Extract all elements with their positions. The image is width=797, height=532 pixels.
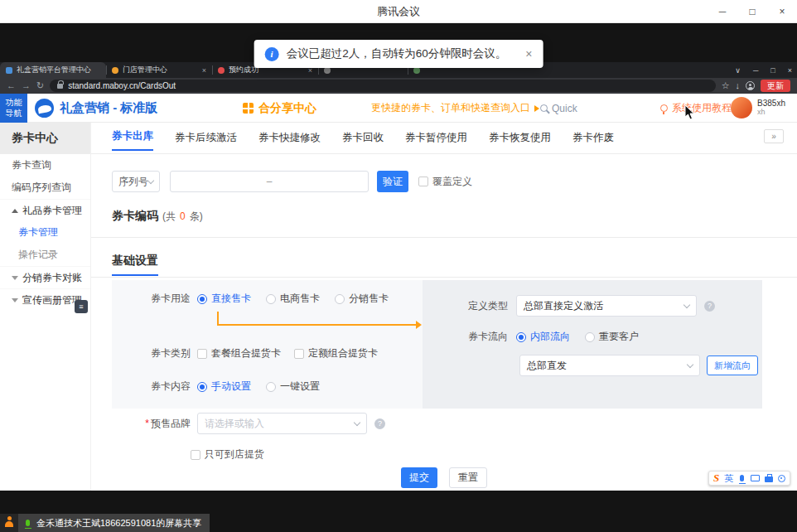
ime-mic-icon[interactable] xyxy=(740,475,744,481)
store-pickup-checkbox[interactable]: 只可到店提货 xyxy=(191,447,264,462)
ime-keyboard-icon[interactable] xyxy=(751,475,760,481)
section-divider xyxy=(91,277,797,278)
toast-close-icon[interactable]: × xyxy=(525,47,532,60)
serial-range-input[interactable]: – xyxy=(170,171,369,192)
ime-toolbox-icon[interactable] xyxy=(765,476,773,482)
tab-search-dropdown-icon[interactable]: ∨ xyxy=(735,66,741,75)
shared-screen: 礼盒营销平台管理中心 门店管理中心 × 预约成功 × ∨ ─ □ xyxy=(0,23,797,532)
back-icon[interactable]: ← xyxy=(7,81,16,90)
user-block[interactable]: B385xh xh xyxy=(731,97,785,118)
meeting-title: 腾讯会议 xyxy=(0,0,797,23)
ime-language-toggle[interactable]: 英 xyxy=(724,472,733,485)
share-status: 金禾通技术王斌18662591081的屏幕共享 xyxy=(18,514,210,532)
info-icon[interactable]: ? xyxy=(374,418,385,429)
checkbox-icon[interactable] xyxy=(191,450,200,460)
browser-window-controls: ∨ ─ □ × xyxy=(735,62,792,78)
address-bar[interactable]: standard.maboy.cn/CardsOut xyxy=(50,80,715,92)
sidebar-collapse-icon[interactable]: ≡ xyxy=(75,300,88,313)
ime-settings-icon[interactable] xyxy=(778,475,785,482)
presale-brand-select[interactable]: 请选择或输入 xyxy=(197,413,367,434)
panel-collapse-button[interactable]: » xyxy=(764,129,784,143)
checkbox-icon[interactable] xyxy=(418,177,428,186)
ime-sogou-icon[interactable]: S xyxy=(713,472,719,485)
radio-manual-setup[interactable]: 手动设置 xyxy=(197,380,251,394)
bookmark-star-icon[interactable]: ☆ xyxy=(722,81,730,90)
maximize-button[interactable]: □ xyxy=(737,0,767,23)
quick-search[interactable]: Quick xyxy=(540,94,577,123)
tab-card-outbound[interactable]: 券卡出库 xyxy=(112,129,153,151)
checkbox-icon[interactable] xyxy=(294,349,304,359)
download-icon[interactable]: ↓ xyxy=(736,81,741,90)
add-flow-button[interactable]: 新增流向 xyxy=(707,355,758,375)
radio-one-click-setup[interactable]: 一键设置 xyxy=(266,380,320,394)
serial-type-select[interactable]: 序列号 xyxy=(112,171,160,192)
tab-card-resume[interactable]: 券卡恢复使用 xyxy=(489,131,551,151)
lock-icon xyxy=(57,84,63,89)
override-checkbox[interactable]: 覆盖定义 xyxy=(418,175,472,189)
quick-entry-link[interactable]: 更快捷的券卡、订单和快递查询入口 xyxy=(371,94,539,123)
radio-important-customer[interactable]: 重要客户 xyxy=(585,330,639,344)
share-center-link[interactable]: 合分享中心 xyxy=(243,94,316,123)
sidebar-title: 券卡中心 xyxy=(0,123,90,154)
flow-select-row: 总部直发 新增流向 xyxy=(519,355,758,376)
info-icon[interactable]: ? xyxy=(704,301,715,312)
sidebar-group-distribution-reconcile[interactable]: 分销券卡对账 xyxy=(0,266,90,288)
brand-name: 礼盒营销 - 标准版 xyxy=(60,100,157,116)
radio-internal-flow[interactable]: 内部流向 xyxy=(516,330,570,344)
meeting-toast: i 会议已超过2人，自动转为60分钟限时会议。 × xyxy=(254,40,543,68)
submit-button[interactable]: 提交 xyxy=(401,467,437,488)
tab-card-void[interactable]: 券卡作废 xyxy=(572,131,614,151)
tab-favicon xyxy=(112,67,118,74)
ime-toolbar[interactable]: S 英 xyxy=(708,471,790,486)
chevron-down-icon xyxy=(354,418,360,425)
checkbox-fixed-combo-pickup-card[interactable]: 定额组合提货卡 xyxy=(294,346,378,360)
checkbox-combo-pickup-card[interactable]: 套餐组合提货卡 xyxy=(197,346,281,360)
sidebar-item-card-mgmt[interactable]: 券卡管理 xyxy=(0,221,90,244)
expand-triangle-icon xyxy=(12,298,18,302)
tutorial-link[interactable]: 系统使用教程 xyxy=(660,94,732,123)
browser-toolbar: ← → ↻ standard.maboy.cn/CardsOut ☆ ↓ 更新 xyxy=(0,78,797,94)
share-center-icon xyxy=(243,103,254,114)
tab-card-suspend[interactable]: 券卡暂停使用 xyxy=(405,131,467,151)
reset-button[interactable]: 重置 xyxy=(449,467,487,488)
content-row: 券卡内容 手动设置 一键设置 xyxy=(112,380,335,394)
flow-row: 券卡流向 内部流向 重要客户 xyxy=(468,330,654,344)
search-icon xyxy=(540,104,548,112)
sidebar-item-card-query[interactable]: 券卡查询 xyxy=(0,154,90,177)
sidebar-item-code-sequence-query[interactable]: 编码序列查询 xyxy=(0,177,90,199)
browser-close-button[interactable]: × xyxy=(788,66,792,75)
verify-button[interactable]: 验证 xyxy=(377,171,408,192)
forward-icon[interactable]: → xyxy=(22,81,31,90)
radio-distribution-sale[interactable]: 分销售卡 xyxy=(335,292,389,306)
sidebar-item-operation-log[interactable]: 操作记录 xyxy=(0,244,90,266)
radio-direct-sale[interactable]: 直接售卡 xyxy=(197,292,251,306)
browser-profile-icon[interactable] xyxy=(746,81,755,90)
flow-select[interactable]: 总部直发 xyxy=(519,355,700,376)
close-button[interactable]: × xyxy=(767,0,797,23)
settings-panel: 券卡用途 直接售卡 电商售卡 分销售卡 xyxy=(112,280,762,409)
usage-row: 券卡用途 直接售卡 电商售卡 分销售卡 xyxy=(112,292,403,306)
browser-update-button[interactable]: 更新 xyxy=(761,80,790,92)
tab-card-quick-edit[interactable]: 券卡快捷修改 xyxy=(258,131,321,151)
chevron-down-icon xyxy=(687,360,693,367)
basic-settings-tab[interactable]: 基础设置 xyxy=(112,254,158,276)
main-content: 券卡出库 券卡后续激活 券卡快捷修改 券卡回收 券卡暂停使用 券卡恢复使用 券卡… xyxy=(91,123,797,491)
tab-card-followup-activate[interactable]: 券卡后续激活 xyxy=(175,131,237,151)
meeting-titlebar: 腾讯会议 ─ □ × xyxy=(0,0,797,23)
define-type-select[interactable]: 总部直接定义激活 xyxy=(516,295,697,317)
checkbox-icon[interactable] xyxy=(197,349,207,359)
browser-tab-2[interactable]: 门店管理中心 × xyxy=(106,62,212,78)
reload-icon[interactable]: ↻ xyxy=(36,81,44,90)
main-tabs: 券卡出库 券卡后续激活 券卡快捷修改 券卡回收 券卡暂停使用 券卡恢复使用 券卡… xyxy=(112,129,614,151)
function-nav-toggle[interactable]: 功能 导航 xyxy=(0,94,27,123)
radio-ecommerce-sale[interactable]: 电商售卡 xyxy=(266,292,320,306)
browser-minimize-button[interactable]: ─ xyxy=(753,66,758,75)
share-presenter-icon[interactable] xyxy=(0,514,18,532)
tab-close-icon[interactable]: × xyxy=(202,66,206,75)
info-icon: i xyxy=(265,47,279,61)
browser-maximize-button[interactable]: □ xyxy=(770,66,775,75)
minimize-button[interactable]: ─ xyxy=(708,0,737,23)
browser-tab-1[interactable]: 礼盒营销平台管理中心 xyxy=(0,62,106,78)
sidebar-group-gift-card-mgmt[interactable]: 礼品券卡管理 xyxy=(0,199,90,221)
tab-card-recycle[interactable]: 券卡回收 xyxy=(342,131,384,151)
